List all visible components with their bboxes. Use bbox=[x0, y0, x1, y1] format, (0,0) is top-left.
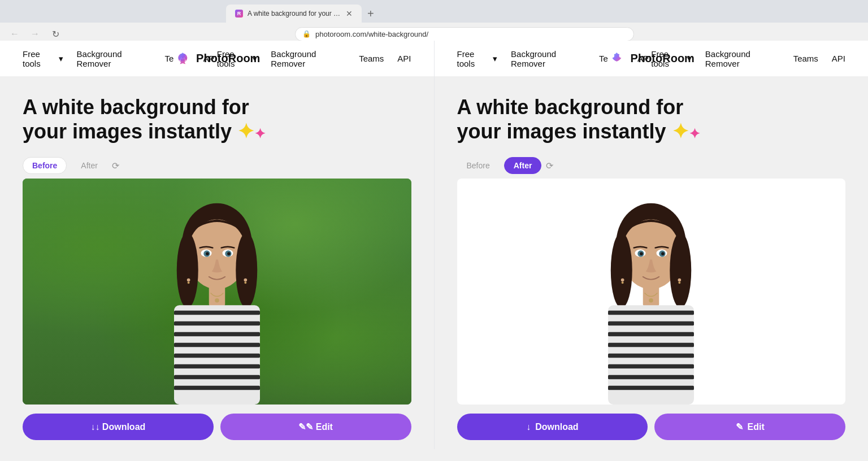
edit-button-right[interactable]: ✎ Edit bbox=[654, 414, 845, 440]
nav-center-logo-rp: PhotoRoom bbox=[608, 50, 695, 68]
nav-logo-text: PhotoRoom bbox=[196, 52, 260, 65]
svg-rect-17 bbox=[174, 354, 260, 358]
svg-point-30 bbox=[670, 233, 692, 308]
toggle-bar-left: Before After ⟳ bbox=[0, 153, 434, 179]
edit-label-left: ✎ Edit bbox=[310, 421, 333, 432]
svg-rect-41 bbox=[608, 332, 694, 337]
download-button-left[interactable]: ↓ ↓ Download bbox=[23, 414, 214, 440]
svg-point-10 bbox=[227, 253, 231, 256]
hero-title-line2-right: your images instantly bbox=[457, 120, 672, 143]
download-icon-left: ↓ bbox=[90, 422, 95, 432]
nav-background-remover[interactable]: Background Remover bbox=[77, 49, 151, 68]
svg-point-36 bbox=[661, 253, 665, 256]
svg-rect-40 bbox=[608, 321, 694, 326]
browser-chrome: R A white background for your im... ✕ + … bbox=[0, 0, 868, 41]
nav-api-rpr[interactable]: API bbox=[832, 54, 845, 63]
nav-teams-right[interactable]: Teams bbox=[359, 54, 384, 63]
nav-bg-remover-rpr[interactable]: Background Remover bbox=[705, 49, 780, 68]
nav-teams-rpr[interactable]: Teams bbox=[793, 54, 818, 63]
nav-left-panel: Free tools ▾ Background Remover Teams AP… bbox=[0, 41, 434, 77]
svg-rect-46 bbox=[608, 386, 694, 390]
active-tab[interactable]: R A white background for your im... ✕ bbox=[226, 5, 362, 23]
hero-left: A white background for your images insta… bbox=[0, 77, 434, 153]
hero-title-left: A white background for your images insta… bbox=[23, 95, 339, 143]
refresh-button[interactable]: ↻ bbox=[47, 26, 63, 42]
tab-favicon: R bbox=[235, 10, 243, 18]
svg-rect-13 bbox=[174, 311, 260, 315]
svg-point-25 bbox=[244, 282, 246, 284]
svg-rect-43 bbox=[608, 354, 694, 358]
download-button-right[interactable]: ↓ Download bbox=[457, 414, 648, 440]
lock-icon: 🔒 bbox=[302, 30, 311, 38]
svg-point-51 bbox=[679, 282, 681, 284]
svg-rect-19 bbox=[174, 375, 260, 380]
edit-icon-right: ✎ bbox=[736, 421, 743, 432]
toggle-bar-right: Before After ⟳ bbox=[435, 153, 869, 179]
svg-point-29 bbox=[611, 233, 632, 308]
edit-label-right: Edit bbox=[748, 422, 765, 432]
forward-button[interactable]: → bbox=[27, 26, 43, 42]
download-icon-right: ↓ bbox=[526, 422, 531, 432]
tab-title: A white background for your im... bbox=[248, 10, 341, 18]
after-image-right bbox=[457, 179, 846, 405]
person-svg-after bbox=[561, 190, 741, 405]
svg-point-23 bbox=[188, 282, 190, 284]
svg-point-24 bbox=[244, 279, 247, 282]
svg-point-35 bbox=[640, 253, 643, 256]
sparkle-pink-left: ✦ bbox=[254, 126, 266, 141]
chevron-icon-rp: ▾ bbox=[493, 54, 497, 64]
after-button-right[interactable]: After bbox=[504, 157, 542, 174]
svg-rect-20 bbox=[174, 386, 260, 390]
refresh-toggle-icon-left[interactable]: ⟳ bbox=[112, 160, 119, 171]
svg-rect-45 bbox=[608, 375, 694, 380]
before-image-left bbox=[23, 179, 411, 405]
svg-rect-18 bbox=[174, 364, 260, 369]
svg-point-50 bbox=[678, 279, 682, 282]
nav-right-panel: Free tools ▾ Background Remover Teams AP… bbox=[435, 41, 869, 77]
hero-title-right: A white background for your images insta… bbox=[457, 95, 774, 143]
download-label-right: Download bbox=[535, 422, 578, 432]
nav-center-logo: PhotoRoom bbox=[173, 50, 260, 68]
photoroom-logo-icon-rp bbox=[608, 50, 626, 68]
edit-icon-left: ✎ bbox=[298, 421, 306, 432]
nav-free-tools-rp[interactable]: Free tools ▾ bbox=[457, 49, 498, 68]
dual-panel: Free tools ▾ Background Remover Teams AP… bbox=[0, 41, 868, 449]
action-btns-left: ↓ ↓ Download ✎ ✎ Edit bbox=[0, 405, 434, 449]
svg-rect-44 bbox=[608, 364, 694, 369]
nav-logo-text-rp: PhotoRoom bbox=[631, 52, 695, 65]
nav-api-right[interactable]: API bbox=[397, 54, 411, 63]
photoroom-logo-icon bbox=[173, 50, 192, 68]
svg-point-22 bbox=[187, 279, 190, 282]
nav-background-remover-right[interactable]: Background Remover bbox=[271, 49, 345, 68]
person-svg-before bbox=[127, 190, 307, 405]
sparkle-icon-left: ✦ bbox=[237, 120, 254, 143]
before-button-right[interactable]: Before bbox=[457, 157, 500, 174]
tab-close-button[interactable]: ✕ bbox=[346, 9, 353, 18]
nav-free-tools[interactable]: Free tools ▾ bbox=[23, 49, 63, 68]
svg-point-48 bbox=[621, 279, 624, 282]
before-button-left[interactable]: Before bbox=[23, 157, 67, 174]
refresh-toggle-icon-right[interactable]: ⟳ bbox=[546, 160, 553, 171]
hero-right: A white background for your images insta… bbox=[435, 77, 869, 153]
address-bar[interactable]: 🔒 photoroom.com/white-background/ bbox=[295, 27, 634, 41]
sparkle-icon-right: ✦ bbox=[672, 120, 689, 143]
sparkle-pink-right: ✦ bbox=[689, 126, 700, 141]
browser-tabs: R A white background for your im... ✕ + bbox=[0, 5, 868, 23]
svg-rect-16 bbox=[174, 343, 260, 347]
panel-left: Free tools ▾ Background Remover Teams AP… bbox=[0, 41, 435, 449]
action-btns-right: ↓ Download ✎ Edit bbox=[435, 405, 869, 449]
url-text: photoroom.com/white-background/ bbox=[315, 30, 428, 38]
download-label-left: ↓ Download bbox=[99, 422, 145, 432]
after-button-left[interactable]: After bbox=[71, 157, 107, 174]
svg-point-47 bbox=[649, 298, 653, 303]
svg-point-4 bbox=[236, 233, 257, 308]
edit-button-left[interactable]: ✎ ✎ Edit bbox=[220, 414, 411, 440]
svg-point-21 bbox=[215, 298, 219, 303]
new-tab-button[interactable]: + bbox=[363, 5, 379, 23]
svg-point-9 bbox=[206, 253, 209, 256]
back-button[interactable]: ← bbox=[7, 26, 23, 42]
image-container-right bbox=[457, 179, 846, 405]
svg-rect-42 bbox=[608, 343, 694, 347]
nav-bg-remover-rp[interactable]: Background Remover bbox=[511, 49, 585, 68]
hero-title-line2-left: your images instantly bbox=[23, 120, 237, 143]
